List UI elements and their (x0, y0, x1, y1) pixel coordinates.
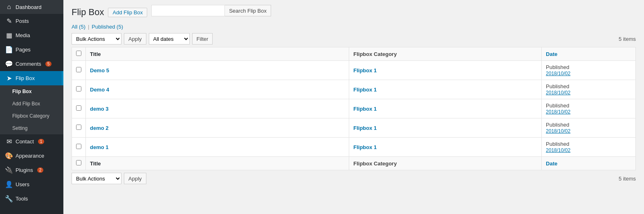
row-checkbox (72, 61, 86, 80)
submenu-item-flipbox-category[interactable]: Flipbox Category (0, 110, 63, 122)
date-sort-link[interactable]: Date (546, 51, 557, 57)
sidebar-item-label: Tools (16, 196, 28, 202)
row-title-link[interactable]: demo 3 (90, 106, 109, 112)
sidebar-item-tools[interactable]: 🔧 Tools (0, 192, 63, 206)
search-input[interactable] (151, 5, 225, 16)
sidebar-item-contact[interactable]: ✉ Contact 1 (0, 134, 63, 149)
filter-button[interactable]: Filter (192, 33, 213, 45)
select-all-checkbox-top[interactable] (76, 51, 81, 56)
col-footer-checkbox (72, 157, 86, 170)
bulk-actions-select-bottom[interactable]: Bulk Actions (72, 173, 121, 184)
sidebar-item-pages[interactable]: 📄 Pages (0, 42, 63, 57)
sidebar-item-dashboard[interactable]: ⌂ Dashboard (0, 0, 63, 14)
row-title-link[interactable]: demo 1 (90, 144, 109, 150)
submenu-item-add-flipbox[interactable]: Add Flip Box (0, 98, 63, 110)
sidebar-item-appearance[interactable]: 🎨 Appearance (0, 149, 63, 163)
submenu-item-flipbox[interactable]: Flip Box (0, 85, 63, 98)
submenu-label: Flipbox Category (12, 113, 49, 119)
row-category: Flipbox 1 (349, 99, 542, 118)
submenu-label: Add Flip Box (12, 101, 40, 107)
row-title: demo 3 (86, 99, 349, 118)
dashboard-icon: ⌂ (5, 3, 13, 11)
row-date: Published 2018/10/02 (542, 80, 636, 99)
pages-icon: 📄 (5, 46, 13, 54)
row-category: Flipbox 1 (349, 61, 542, 80)
row-title-link[interactable]: Demo 5 (90, 67, 109, 74)
col-header-checkbox (72, 47, 86, 61)
col-footer-category: Flipbox Category (349, 157, 542, 170)
select-all-checkbox-bottom[interactable] (76, 160, 81, 165)
col-header-date: Date (542, 47, 636, 61)
row-category: Flipbox 1 (349, 118, 542, 138)
row-select-checkbox[interactable] (76, 86, 81, 91)
row-checkbox (72, 80, 86, 99)
row-select-checkbox[interactable] (76, 125, 81, 130)
row-select-checkbox[interactable] (76, 144, 81, 149)
row-title: Demo 5 (86, 61, 349, 80)
submenu-item-setting[interactable]: Setting (0, 122, 63, 134)
contact-badge: 1 (38, 139, 45, 144)
col-footer-date: Date (542, 157, 636, 170)
page-title: Flip Box (72, 7, 104, 18)
table-row: demo 3 Flipbox 1 Published 2018/10/02 (72, 99, 636, 118)
table-body: Demo 5 Flipbox 1 Published 2018/10/02 De… (72, 61, 636, 157)
row-category: Flipbox 1 (349, 138, 542, 157)
sidebar-item-flipbox[interactable]: ➤ Flip Box (0, 71, 63, 85)
apply-button-bottom[interactable]: Apply (124, 173, 146, 184)
row-select-checkbox[interactable] (76, 105, 81, 111)
tools-icon: 🔧 (5, 195, 13, 203)
sidebar-item-users[interactable]: 👤 Users (0, 177, 63, 192)
sidebar: ⌂ Dashboard ✎ Posts ▦ Media 📄 Pages 💬 Co… (0, 0, 63, 214)
row-title: demo 2 (86, 118, 349, 138)
sidebar-item-label: Users (16, 181, 29, 187)
row-title: Demo 4 (86, 80, 349, 99)
sidebar-item-label: Comments (16, 61, 41, 67)
row-category-link[interactable]: Flipbox 1 (353, 67, 377, 74)
row-date: Published 2018/10/02 (542, 99, 636, 118)
row-select-checkbox[interactable] (76, 67, 81, 72)
row-category-link[interactable]: Flipbox 1 (353, 144, 377, 150)
date-sort-link-bottom[interactable]: Date (546, 160, 557, 167)
search-box: Search Flip Box (151, 5, 271, 16)
filter-all-link[interactable]: All (5) (72, 24, 85, 30)
items-count-top: 5 items (619, 36, 636, 42)
row-date: Published 2018/10/02 (542, 118, 636, 138)
title-sort-link[interactable]: Title (90, 51, 101, 57)
flipbox-icon: ➤ (5, 74, 13, 82)
row-checkbox (72, 99, 86, 118)
sidebar-item-label: Posts (16, 18, 29, 24)
table-row: demo 2 Flipbox 1 Published 2018/10/02 (72, 118, 636, 138)
row-date: Published 2018/10/02 (542, 61, 636, 80)
bulk-actions-select-top[interactable]: Bulk Actions (72, 33, 121, 45)
row-category-link[interactable]: Flipbox 1 (353, 87, 377, 93)
row-category-link[interactable]: Flipbox 1 (353, 106, 377, 112)
table-row: demo 1 Flipbox 1 Published 2018/10/02 (72, 138, 636, 157)
sidebar-item-label: Pages (16, 47, 31, 53)
sidebar-item-label: Flip Box (16, 75, 35, 81)
sidebar-item-plugins[interactable]: 🔌 Plugins 2 (0, 163, 63, 177)
search-button[interactable]: Search Flip Box (225, 5, 271, 16)
table-row: Demo 4 Flipbox 1 Published 2018/10/02 (72, 80, 636, 99)
items-count-bottom: 5 items (619, 176, 636, 182)
row-title-link[interactable]: Demo 4 (90, 87, 109, 93)
row-category: Flipbox 1 (349, 80, 542, 99)
title-sort-link-bottom[interactable]: Title (90, 160, 101, 167)
appearance-icon: 🎨 (5, 152, 13, 160)
users-icon: 👤 (5, 181, 13, 188)
sidebar-item-label: Plugins (16, 167, 33, 173)
apply-button-top[interactable]: Apply (124, 33, 146, 45)
filter-nav: All (5) | Published (5) (72, 24, 636, 30)
col-header-title: Title (86, 47, 349, 61)
filter-published-link[interactable]: Published (5) (92, 24, 123, 30)
sidebar-item-media[interactable]: ▦ Media (0, 28, 63, 42)
table-footer-row: Title Flipbox Category Date (72, 157, 636, 170)
row-title-link[interactable]: demo 2 (90, 125, 109, 131)
plugins-icon: 🔌 (5, 166, 13, 174)
sidebar-item-comments[interactable]: 💬 Comments 5 (0, 57, 63, 71)
submenu-label: Flip Box (12, 89, 31, 94)
date-filter-select[interactable]: All dates (149, 33, 190, 45)
row-category-link[interactable]: Flipbox 1 (353, 125, 377, 131)
plugins-badge: 2 (37, 167, 44, 173)
sidebar-item-posts[interactable]: ✎ Posts (0, 14, 63, 28)
add-flipbox-button[interactable]: Add Flip Box (108, 8, 147, 17)
